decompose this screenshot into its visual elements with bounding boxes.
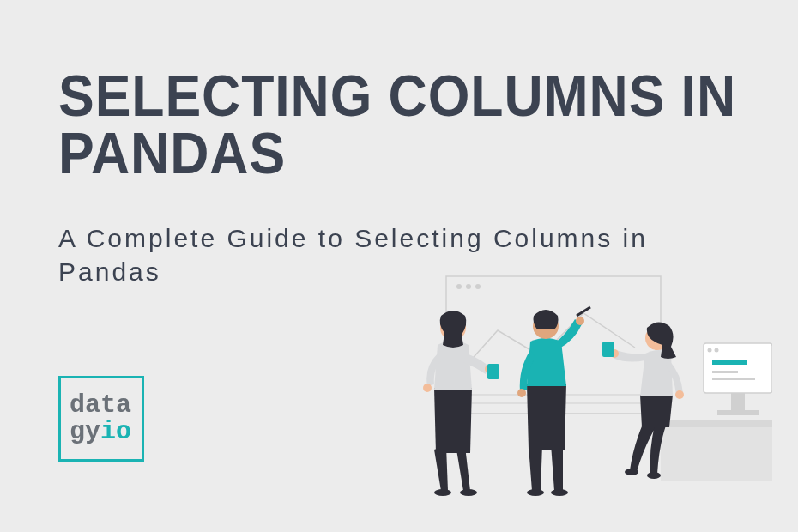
svg-point-18 <box>423 384 432 392</box>
svg-point-12 <box>708 348 712 353</box>
svg-point-32 <box>675 390 684 399</box>
svg-point-1 <box>456 284 462 289</box>
svg-rect-6 <box>661 420 772 481</box>
svg-rect-7 <box>661 420 772 427</box>
logo-line-2: gyio <box>70 419 142 446</box>
svg-point-24 <box>517 389 526 397</box>
svg-rect-14 <box>712 371 738 373</box>
svg-rect-8 <box>704 343 772 393</box>
svg-point-17 <box>460 489 477 496</box>
svg-rect-31 <box>602 342 614 357</box>
logo-line-1: data <box>70 392 142 420</box>
svg-point-22 <box>527 489 544 496</box>
svg-point-2 <box>466 284 471 289</box>
svg-rect-11 <box>712 360 747 365</box>
svg-point-16 <box>434 489 451 496</box>
svg-rect-10 <box>717 410 759 415</box>
svg-point-29 <box>647 472 661 479</box>
svg-rect-15 <box>712 378 755 380</box>
person-center-icon <box>517 307 590 496</box>
people-collaboration-illustration <box>360 275 772 498</box>
page-title: SELECTING COLUMNS IN PANDAS <box>58 67 739 181</box>
svg-point-28 <box>625 469 638 475</box>
svg-point-3 <box>475 284 481 289</box>
svg-rect-9 <box>731 393 745 410</box>
brand-logo: data gyio <box>58 376 144 462</box>
svg-point-13 <box>715 348 719 353</box>
svg-point-25 <box>576 317 584 325</box>
svg-point-23 <box>551 489 568 496</box>
svg-rect-20 <box>487 364 499 379</box>
svg-line-26 <box>577 307 590 316</box>
